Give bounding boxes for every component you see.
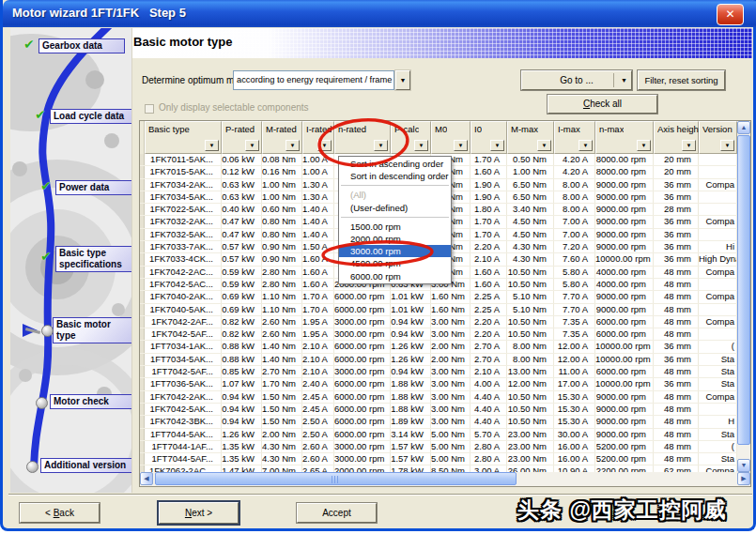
horizontal-scrollbar[interactable]: ◀ ▶ bbox=[140, 472, 750, 486]
next-button[interactable]: Next > bbox=[159, 502, 239, 524]
table-row[interactable]: 1FT7044-5AF...1.35 kW4.30 Nm2.60 A3000.0… bbox=[140, 453, 737, 465]
table-cell: 2.80 Nm bbox=[262, 267, 302, 278]
filter-dropdown-button[interactable]: ▼ bbox=[637, 140, 651, 151]
table-cell: 12.00 A bbox=[554, 341, 595, 352]
menu-item-sort-in-ascending-order[interactable]: Sort in ascending order bbox=[339, 158, 451, 170]
menu-item-4500-00-rpm[interactable]: 4500.00 rpm bbox=[339, 257, 451, 269]
filter-dropdown-button[interactable]: ▼ bbox=[245, 140, 259, 151]
filter-dropdown-button[interactable]: ▼ bbox=[682, 140, 696, 151]
table-cell: 0.94 kW bbox=[222, 391, 262, 403]
table-row[interactable]: 1FK7042-5AK...0.94 kW1.50 Nm2.45 A6000.0… bbox=[140, 404, 737, 416]
step-label[interactable]: Additional version bbox=[40, 458, 132, 473]
table-cell: 0.59 kW bbox=[222, 279, 262, 290]
table-row[interactable]: 1FK7040-5AK...0.69 kW1.10 Nm1.70 A6000.0… bbox=[140, 304, 737, 316]
back-button[interactable]: < Back bbox=[20, 503, 100, 523]
filter-dropdown-button[interactable]: ▼ bbox=[537, 140, 551, 151]
menu-item--all-[interactable]: (All) bbox=[339, 189, 451, 201]
vertical-scrollbar[interactable]: ▲ ▼ bbox=[737, 121, 750, 472]
filter-dropdown-button[interactable]: ▼ bbox=[720, 140, 734, 151]
column-header-basic-type[interactable]: Basic type▼ bbox=[145, 121, 222, 154]
table-cell: 5.00 Nm bbox=[431, 453, 471, 465]
menu-item-6000-00-rpm[interactable]: 6000.00 rpm bbox=[339, 270, 451, 282]
table-row[interactable]: 1FK7062-2AC...1.47 kW7.00 Nm2.65 A2000.0… bbox=[140, 465, 737, 472]
table-cell: 36 mm bbox=[654, 216, 699, 227]
table-cell: 1FK7034-5AK... bbox=[145, 191, 222, 203]
filter-dropdown-button[interactable]: ▼ bbox=[579, 140, 593, 151]
menu-item-sort-in-descending-order[interactable]: Sort in descending order bbox=[339, 170, 451, 182]
step-label[interactable]: Basic type specifications bbox=[55, 246, 132, 272]
table-row[interactable]: 1FT7036-5AK...1.07 kW1.70 Nm2.40 A6000.0… bbox=[140, 378, 737, 390]
scroll-up-button[interactable]: ▲ bbox=[737, 121, 750, 134]
menu-item-2000-00-rpm[interactable]: 2000.00 rpm bbox=[339, 233, 451, 245]
header-banner: Basic motor type bbox=[131, 28, 752, 58]
column-header-m-rated[interactable]: M-rated▼ bbox=[262, 121, 302, 154]
step-node-icon bbox=[36, 397, 48, 409]
table-cell bbox=[699, 204, 737, 215]
scroll-left-button[interactable]: ◀ bbox=[140, 472, 153, 485]
filter-dropdown-button[interactable]: ▼ bbox=[317, 140, 332, 151]
table-row[interactable]: 1FK7042-2AF...0.82 kW2.60 Nm1.95 A3000.0… bbox=[140, 316, 737, 328]
table-cell: 1.95 A bbox=[302, 316, 334, 328]
table-cell: 6000.00 rpm bbox=[595, 366, 654, 377]
table-cell: 5.70 A bbox=[471, 429, 507, 440]
step-label[interactable]: Load cycle data bbox=[50, 109, 132, 124]
column-header-axis-height[interactable]: Axis height▼ bbox=[654, 121, 699, 154]
column-header-i-rated[interactable]: I-rated▼ bbox=[302, 121, 334, 154]
column-header-i-max[interactable]: I-max▼ bbox=[554, 121, 595, 154]
filter-dropdown-button[interactable]: ▼ bbox=[205, 140, 219, 151]
column-header-version[interactable]: Version▼ bbox=[699, 121, 737, 154]
column-header-i0[interactable]: I0▼ bbox=[471, 121, 507, 154]
column-header-n-rated[interactable]: n-rated▼ bbox=[334, 121, 391, 154]
column-header-p-calc[interactable]: P-calc▼ bbox=[391, 121, 431, 154]
table-row[interactable]: 1FK7040-2AK...0.69 kW1.10 Nm1.70 A6000.0… bbox=[140, 291, 737, 303]
table-cell: 1FT7044-5AF... bbox=[145, 453, 222, 465]
go-to-button[interactable]: Go to ... ▼ bbox=[521, 70, 632, 90]
column-header-m0[interactable]: M0▼ bbox=[431, 121, 471, 154]
vertical-scroll-thumb[interactable] bbox=[737, 135, 750, 445]
filter-dropdown-button[interactable]: ▼ bbox=[374, 140, 388, 151]
table-cell: 48 mm bbox=[654, 391, 699, 403]
table-cell: 5.10 Nm bbox=[507, 291, 554, 302]
menu-item-3000-00-rpm[interactable]: 3000.00 rpm bbox=[339, 245, 451, 257]
table-cell: 36 mm bbox=[654, 341, 699, 352]
table-cell: 23.00 Nm bbox=[507, 453, 554, 465]
scroll-down-button[interactable]: ▼ bbox=[737, 459, 750, 472]
table-row[interactable]: 1FK7042-2AK...0.94 kW1.50 Nm2.45 A6000.0… bbox=[140, 391, 737, 404]
only-display-selectable-checkbox[interactable] bbox=[145, 104, 154, 114]
table-cell: 1FK7032-2AK... bbox=[145, 216, 222, 227]
table-row[interactable]: 1FT7044-1AF...1.35 kW4.30 Nm2.60 A3000.0… bbox=[140, 441, 737, 453]
table-cell: 9000.00 rpm bbox=[595, 429, 654, 440]
determine-motor-combobox[interactable]: according to energy requirement / frame … bbox=[233, 70, 394, 90]
column-header-m-max[interactable]: M-max▼ bbox=[507, 121, 554, 154]
table-cell: 0.94 kW bbox=[222, 416, 262, 427]
table-row[interactable]: 1FT7034-5AK...0.88 kW1.40 Nm2.10 A6000.0… bbox=[140, 354, 737, 366]
check-all-button[interactable]: Check all bbox=[548, 95, 657, 114]
filter-dropdown-button[interactable]: ▼ bbox=[454, 140, 468, 151]
combobox-dropdown-button[interactable]: ▼ bbox=[395, 70, 410, 90]
filter-dropdown-button[interactable]: ▼ bbox=[285, 140, 300, 151]
filter-dropdown-button[interactable]: ▼ bbox=[490, 140, 504, 151]
menu-item-1500-00-rpm[interactable]: 1500.00 rpm bbox=[339, 221, 451, 233]
step-label[interactable]: Basic motor type bbox=[53, 317, 132, 343]
step-label[interactable]: Gearbox data bbox=[39, 38, 125, 53]
close-button[interactable]: ✕ bbox=[717, 4, 744, 25]
step-label[interactable]: Power data bbox=[55, 180, 132, 195]
table-row[interactable]: 1FT7042-5AF...0.85 kW2.70 Nm2.10 A3000.0… bbox=[140, 366, 737, 378]
table-cell: 48 mm bbox=[654, 429, 699, 440]
filter-reset-sorting-button[interactable]: Filter, reset sorting bbox=[638, 70, 725, 90]
table-cell: 1.88 kW bbox=[391, 391, 431, 403]
table-row[interactable]: 1FT7034-1AK...0.88 kW1.40 Nm2.10 A6000.0… bbox=[140, 341, 737, 353]
filter-dropdown-button[interactable]: ▼ bbox=[414, 140, 428, 151]
table-row[interactable]: 1FK7042-3BK...0.94 kW1.50 Nm2.50 A6000.0… bbox=[140, 416, 737, 428]
table-row[interactable]: 1FT7044-5AK...1.26 kW2.00 Nm2.50 A6000.0… bbox=[140, 429, 737, 441]
step-label[interactable]: Motor check bbox=[50, 394, 132, 409]
column-header-n-max[interactable]: n-max▼ bbox=[595, 121, 654, 154]
column-header-p-rated[interactable]: P-rated▼ bbox=[222, 121, 262, 154]
table-row[interactable]: 1FK7042-5AF...0.82 kW2.60 Nm1.95 A3000.0… bbox=[140, 328, 737, 341]
accept-button[interactable]: Accept bbox=[297, 503, 377, 523]
scroll-right-button[interactable]: ▶ bbox=[737, 472, 750, 485]
horizontal-scroll-thumb[interactable] bbox=[155, 472, 517, 485]
table-cell: 2.50 A bbox=[302, 416, 334, 427]
menu-item--user-defined-[interactable]: (User-defined) bbox=[339, 202, 451, 214]
table-cell: 6000.00 rpm bbox=[334, 429, 391, 440]
